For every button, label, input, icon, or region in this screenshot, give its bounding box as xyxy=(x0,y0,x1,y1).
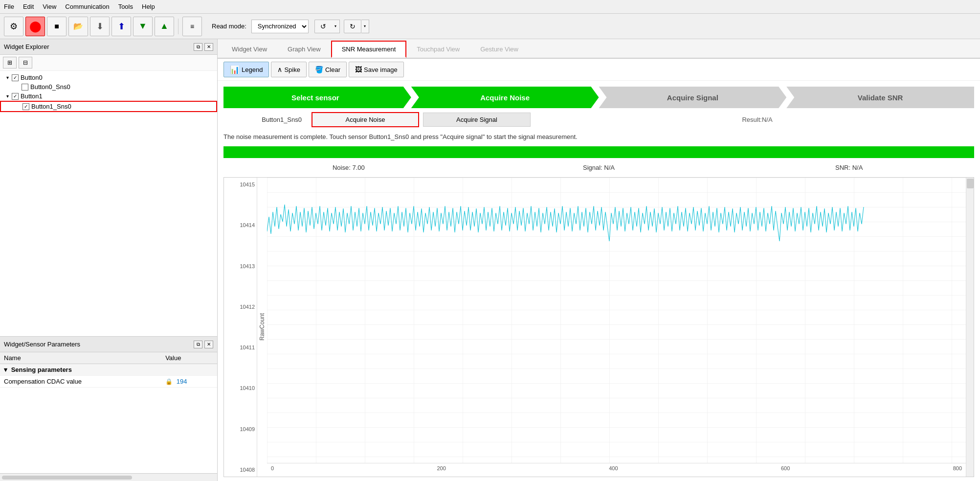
close-params-button[interactable]: ✕ xyxy=(204,341,213,348)
result-label: Result:N/A xyxy=(531,116,974,123)
lock-icon: 🔒 xyxy=(165,378,173,385)
checkbox-button1-sns0[interactable] xyxy=(22,103,29,110)
sensor-name-label: Button1_Sns0 xyxy=(223,116,312,123)
checkbox-button1[interactable] xyxy=(12,93,19,100)
legend-label: Legend xyxy=(242,66,263,73)
chart-canvas xyxy=(267,178,966,463)
step-block-acquire-signal: Acquire Signal xyxy=(599,87,787,108)
left-panel: Widget Explorer ⧉ ✕ ⊞ ⊟ ▾ Button0 ▸ Butt… xyxy=(0,39,218,481)
menu-edit[interactable]: Edit xyxy=(23,3,34,10)
list-button[interactable]: ≡ xyxy=(182,17,202,36)
params-panel-controls: ⧉ ✕ xyxy=(194,341,213,348)
acquire-noise-button[interactable]: Acquire Noise xyxy=(312,112,419,127)
spike-button[interactable]: ∧ Spike xyxy=(271,62,307,77)
menu-file[interactable]: File xyxy=(4,3,14,10)
settings-button[interactable]: ⚙ xyxy=(4,17,23,36)
toolbar-separator xyxy=(178,19,178,34)
tabs-bar: Widget View Graph View SNR Measurement T… xyxy=(218,39,980,59)
menu-tools[interactable]: Tools xyxy=(118,3,133,10)
col-value: Value xyxy=(161,352,217,364)
save-image-icon: 🖼 xyxy=(355,66,362,73)
chart-svg xyxy=(267,178,966,463)
step-acquire-signal[interactable]: Acquire Signal xyxy=(599,87,787,108)
label-button1-sns0: Button1_Sns0 xyxy=(31,103,71,110)
cdac-value: 194 xyxy=(177,378,187,385)
checkbox-button0-sns0[interactable] xyxy=(22,84,28,91)
widget-view-btn2[interactable]: ⊟ xyxy=(19,57,32,69)
stop-button[interactable]: ⬤ xyxy=(25,17,45,36)
undo-button[interactable]: ↺ xyxy=(314,20,332,33)
step-select-sensor[interactable]: Select sensor xyxy=(223,87,411,108)
redo-dropdown[interactable]: ▾ xyxy=(361,20,369,33)
step-validate-snr[interactable]: Validate SNR xyxy=(786,87,974,108)
widget-explorer-title: Widget Explorer xyxy=(4,43,49,50)
save-image-label: Save image xyxy=(364,66,398,73)
spike-icon: ∧ xyxy=(277,66,282,73)
legend-button[interactable]: 📊 Legend xyxy=(223,62,269,77)
tree-item-button1-sns0[interactable]: ▸ Button1_Sns0 xyxy=(0,101,217,112)
x-label-600: 600 xyxy=(781,465,790,475)
sensor-row: Button1_Sns0 Acquire Noise Acquire Signa… xyxy=(223,112,974,127)
menu-help[interactable]: Help xyxy=(142,3,155,10)
program-button[interactable]: ▼ xyxy=(133,17,153,36)
open-button[interactable]: 📂 xyxy=(68,17,88,36)
expand-button0[interactable]: ▾ xyxy=(4,74,11,81)
menu-bar: File Edit View Communication Tools Help xyxy=(0,0,980,14)
params-table: Name Value ▾ Sensing parameters Comp xyxy=(0,352,217,473)
tab-graph-view[interactable]: Graph View xyxy=(277,41,331,57)
y-label-3: 10410 xyxy=(240,385,255,391)
label-button1: Button1 xyxy=(21,92,43,100)
legend-icon: 📊 xyxy=(230,65,240,74)
program2-button[interactable]: ▲ xyxy=(155,17,174,36)
widget-view-btn1[interactable]: ⊞ xyxy=(3,57,17,69)
steps-row: Select sensor Acquire Noise Acquire Sign… xyxy=(223,87,974,108)
toolbar: ⚙ ⬤ ■ 📂 ⬇ ⬆ ▼ ▲ ≡ Read mode: Synchronize… xyxy=(0,14,980,39)
close-widget-explorer-button[interactable]: ✕ xyxy=(204,43,213,51)
undo-dropdown[interactable]: ▾ xyxy=(332,20,340,33)
restore-button[interactable]: ⧉ xyxy=(194,43,202,51)
stop-square-button[interactable]: ■ xyxy=(47,17,67,36)
upload-button[interactable]: ⬆ xyxy=(111,17,131,36)
download-button[interactable]: ⬇ xyxy=(90,17,110,36)
y-axis-title: RawCount xyxy=(259,313,266,341)
clear-button[interactable]: 🪣 Clear xyxy=(309,62,347,77)
menu-view[interactable]: View xyxy=(43,3,56,10)
widget-explorer-header: Widget Explorer ⧉ ✕ xyxy=(0,39,217,55)
acquire-signal-button[interactable]: Acquire Signal xyxy=(423,113,531,127)
params-panel-header: Widget/Sensor Parameters ⧉ ✕ xyxy=(0,337,217,352)
clear-label: Clear xyxy=(325,66,340,73)
x-axis: 0 200 400 600 800 xyxy=(267,463,966,477)
content-toolbar: 📊 Legend ∧ Spike 🪣 Clear 🖼 Save image xyxy=(218,59,980,81)
tree-item-button0-sns0[interactable]: ▸ Button0_Sns0 xyxy=(0,82,217,92)
params-panel-title: Widget/Sensor Parameters xyxy=(4,341,80,348)
save-image-button[interactable]: 🖼 Save image xyxy=(349,62,404,77)
expand-button1[interactable]: ▾ xyxy=(4,93,11,100)
step-acquire-noise[interactable]: Acquire Noise xyxy=(411,87,599,108)
col-name: Name xyxy=(0,352,161,364)
undo-group: ↺ ▾ xyxy=(314,20,340,33)
left-scroll[interactable] xyxy=(0,473,217,481)
noise-metric: Noise: 7.00 xyxy=(223,164,474,171)
tab-snr-measurement[interactable]: SNR Measurement xyxy=(331,41,407,58)
checkbox-button0[interactable] xyxy=(12,74,19,81)
redo-button[interactable]: ↻ xyxy=(344,20,361,33)
progress-bar xyxy=(223,146,974,158)
y-label-7: 10414 xyxy=(240,222,255,228)
tree-item-button0[interactable]: ▾ Button0 xyxy=(0,73,217,82)
x-label-400: 400 xyxy=(609,465,618,475)
label-button0: Button0 xyxy=(21,74,43,81)
read-mode-select[interactable]: Synchronized Manual Continuous xyxy=(251,20,309,33)
main-layout: Widget Explorer ⧉ ✕ ⊞ ⊟ ▾ Button0 ▸ Butt… xyxy=(0,39,980,481)
step-block-validate-snr: Validate SNR xyxy=(786,87,974,108)
menu-communication[interactable]: Communication xyxy=(65,3,109,10)
tree-item-button1[interactable]: ▾ Button1 xyxy=(0,92,217,101)
chart-scrollbar[interactable] xyxy=(966,178,974,477)
y-label-5: 10412 xyxy=(240,304,255,310)
restore-params-button[interactable]: ⧉ xyxy=(194,341,202,348)
snr-metric: SNR: N/A xyxy=(724,164,974,171)
tab-widget-view[interactable]: Widget View xyxy=(222,41,277,57)
x-label-200: 200 xyxy=(437,465,445,475)
tab-gesture-view: Gesture View xyxy=(470,41,529,57)
y-label-6: 10413 xyxy=(240,263,255,269)
tab-touchpad-view: Touchpad View xyxy=(406,41,470,57)
